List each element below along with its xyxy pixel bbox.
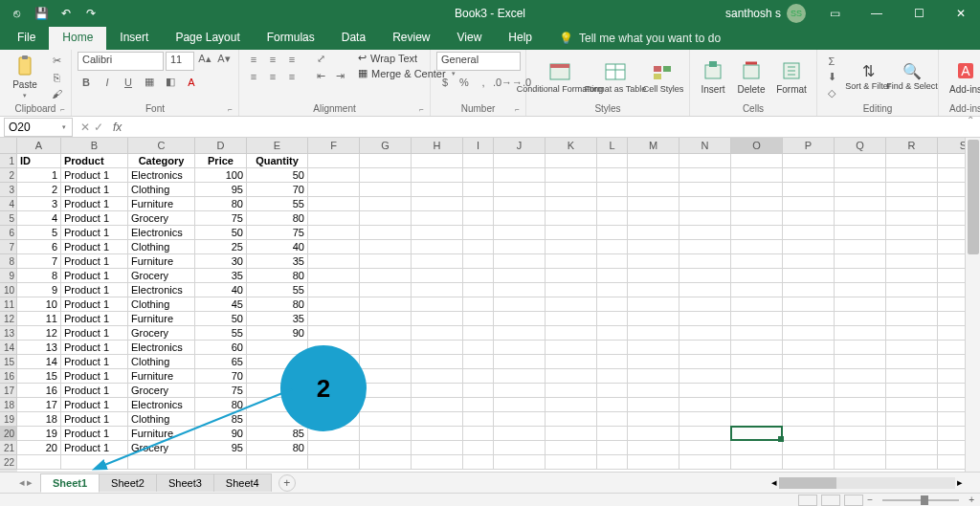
col-header[interactable]: D — [195, 138, 247, 154]
cell[interactable] — [494, 384, 546, 398]
cell[interactable] — [412, 326, 463, 341]
decrease-font-icon[interactable]: A▾ — [215, 52, 233, 66]
cell[interactable] — [835, 211, 886, 226]
vertical-scrollbar[interactable] — [965, 138, 980, 472]
zoom-out-icon[interactable]: − — [867, 495, 873, 505]
cell[interactable]: 80 — [247, 441, 308, 455]
cell[interactable] — [628, 283, 679, 297]
cell[interactable] — [463, 197, 494, 211]
cell[interactable] — [679, 168, 731, 183]
cell[interactable] — [546, 254, 597, 269]
cell[interactable] — [886, 412, 938, 427]
cell[interactable]: 13 — [17, 341, 61, 355]
cell[interactable] — [494, 283, 546, 297]
cell[interactable] — [835, 355, 886, 369]
tab-insert[interactable]: Insert — [106, 27, 162, 50]
formula-input[interactable] — [125, 118, 980, 137]
autosum-icon[interactable]: Σ — [823, 54, 840, 68]
cell[interactable] — [360, 183, 412, 197]
cell[interactable] — [783, 326, 835, 341]
cell[interactable] — [412, 369, 463, 384]
cell[interactable] — [783, 240, 835, 254]
row-header[interactable]: 6 — [0, 226, 17, 240]
collapse-ribbon-icon[interactable]: ⌃ — [967, 115, 974, 125]
cell[interactable] — [360, 283, 412, 297]
cell[interactable] — [597, 283, 628, 297]
cell[interactable] — [628, 455, 679, 470]
format-cells-button[interactable]: Format — [772, 52, 811, 101]
cell[interactable]: Product 1 — [61, 341, 128, 355]
cell[interactable]: Grocery — [128, 441, 195, 455]
cell[interactable] — [628, 154, 679, 168]
cell[interactable] — [463, 341, 494, 355]
cell[interactable] — [308, 297, 360, 312]
cell[interactable]: Product 1 — [61, 312, 128, 326]
cell[interactable] — [360, 384, 412, 398]
cell[interactable] — [597, 441, 628, 455]
cell[interactable] — [494, 441, 546, 455]
cell[interactable] — [494, 326, 546, 341]
cell[interactable]: 12 — [17, 326, 61, 341]
cell[interactable] — [783, 254, 835, 269]
cell[interactable]: Product 1 — [61, 197, 128, 211]
cell[interactable] — [597, 312, 628, 326]
cell[interactable]: Electronics — [128, 226, 195, 240]
cell[interactable] — [628, 355, 679, 369]
decrease-indent-icon[interactable]: ⇤ — [312, 69, 329, 83]
cell[interactable]: 70 — [195, 369, 247, 384]
cell[interactable]: 6 — [17, 240, 61, 254]
dialog-launcher-icon[interactable]: ⌐ — [60, 105, 70, 115]
dialog-launcher-icon[interactable]: ⌐ — [419, 105, 429, 115]
cell[interactable]: Furniture — [128, 197, 195, 211]
cell[interactable]: Grocery — [128, 211, 195, 226]
cell[interactable]: 16 — [17, 384, 61, 398]
cell[interactable] — [494, 197, 546, 211]
cell[interactable]: Product 1 — [61, 211, 128, 226]
col-header[interactable]: R — [886, 138, 938, 154]
cell[interactable] — [628, 269, 679, 283]
conditional-formatting-button[interactable]: Conditional Formatting — [532, 52, 588, 101]
cell[interactable] — [628, 427, 679, 441]
cell[interactable] — [835, 254, 886, 269]
cell[interactable] — [463, 326, 494, 341]
cell[interactable] — [546, 412, 597, 427]
cell[interactable]: Product 1 — [61, 269, 128, 283]
cell[interactable]: 85 — [247, 427, 308, 441]
row-header[interactable]: 5 — [0, 211, 17, 226]
cell[interactable] — [463, 441, 494, 455]
col-header[interactable]: O — [731, 138, 783, 154]
cell[interactable] — [17, 455, 61, 470]
cell[interactable] — [412, 226, 463, 240]
tab-review[interactable]: Review — [379, 27, 443, 50]
paste-button[interactable]: Paste ▾ — [6, 52, 44, 101]
cell[interactable] — [597, 427, 628, 441]
cell[interactable] — [731, 341, 783, 355]
cell[interactable] — [731, 398, 783, 412]
border-button[interactable]: ▦ — [141, 75, 158, 89]
cell[interactable] — [463, 183, 494, 197]
cell[interactable] — [412, 269, 463, 283]
tab-file[interactable]: File — [4, 27, 49, 50]
addins-button[interactable]: A Add-ins — [945, 52, 980, 101]
cell[interactable] — [597, 384, 628, 398]
cell[interactable] — [886, 427, 938, 441]
increase-indent-icon[interactable]: ⇥ — [331, 69, 348, 83]
cell[interactable] — [463, 369, 494, 384]
font-name-select[interactable]: Calibri — [78, 52, 164, 71]
cell[interactable] — [886, 283, 938, 297]
cell[interactable] — [494, 211, 546, 226]
col-header[interactable]: H — [412, 138, 463, 154]
cell[interactable]: Product 1 — [61, 355, 128, 369]
cell[interactable] — [597, 326, 628, 341]
page-layout-view-icon[interactable] — [821, 495, 840, 506]
cell[interactable] — [731, 254, 783, 269]
cell[interactable] — [360, 154, 412, 168]
cell[interactable] — [546, 211, 597, 226]
cell[interactable] — [412, 154, 463, 168]
cell[interactable] — [308, 168, 360, 183]
cell[interactable] — [731, 183, 783, 197]
cell[interactable] — [412, 384, 463, 398]
tab-data[interactable]: Data — [328, 27, 379, 50]
cell[interactable]: Price — [195, 154, 247, 168]
copy-icon[interactable]: ⎘ — [48, 70, 65, 84]
